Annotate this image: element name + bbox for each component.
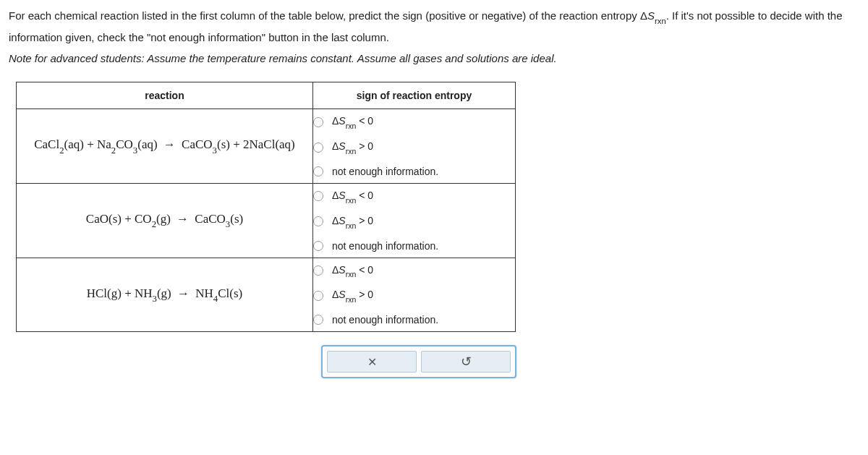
option-gt[interactable]: ΔSrxn > 0 bbox=[313, 135, 515, 160]
header-reaction: reaction bbox=[17, 82, 313, 109]
reset-icon: ↺ bbox=[461, 355, 472, 368]
options-1: ΔSrxn < 0 ΔSrxn > 0 not enough informati… bbox=[313, 109, 516, 184]
option-lt[interactable]: ΔSrxn < 0 bbox=[313, 258, 515, 284]
reaction-table: reaction sign of reaction entropy CaCl2(… bbox=[16, 82, 516, 332]
table-row: HCl(g) + NH3(g) → NH4Cl(s) ΔSrxn < 0 ΔSr… bbox=[17, 258, 516, 332]
reaction-3: HCl(g) + NH3(g) → NH4Cl(s) bbox=[17, 258, 313, 332]
option-nei[interactable]: not enough information. bbox=[313, 160, 515, 183]
note-line: Note for advanced students: Assume the t… bbox=[9, 52, 557, 64]
option-label: ΔSrxn > 0 bbox=[332, 289, 373, 302]
table-row: CaO(s) + CO2(g) → CaCO3(s) ΔSrxn < 0 ΔSr… bbox=[17, 183, 516, 258]
radio-icon[interactable] bbox=[313, 191, 323, 201]
options-2: ΔSrxn < 0 ΔSrxn > 0 not enough informati… bbox=[313, 183, 516, 258]
option-label: not enough information. bbox=[332, 240, 438, 252]
radio-icon[interactable] bbox=[313, 117, 323, 127]
option-label: ΔSrxn > 0 bbox=[332, 140, 373, 154]
table-row: CaCl2(aq) + Na2CO3(aq) → CaCO3(s) + 2NaC… bbox=[17, 109, 516, 184]
note-label: Note for advanced students: bbox=[9, 52, 145, 64]
header-sign: sign of reaction entropy bbox=[313, 82, 516, 109]
option-label: not enough information. bbox=[332, 314, 438, 326]
delta-s-symbol: ΔSrxn bbox=[640, 9, 666, 22]
radio-icon[interactable] bbox=[313, 315, 323, 325]
radio-icon[interactable] bbox=[313, 265, 323, 276]
radio-icon[interactable] bbox=[313, 291, 323, 301]
radio-icon[interactable] bbox=[313, 143, 323, 153]
options-3: ΔSrxn < 0 ΔSrxn > 0 not enough informati… bbox=[313, 258, 516, 332]
option-nei[interactable]: not enough information. bbox=[313, 234, 515, 258]
option-gt[interactable]: ΔSrxn > 0 bbox=[313, 209, 515, 234]
intro-part1: For each chemical reaction listed in the… bbox=[9, 9, 640, 22]
clear-button[interactable]: ✕ bbox=[327, 351, 417, 373]
option-lt[interactable]: ΔSrxn < 0 bbox=[313, 184, 515, 209]
reaction-1: CaCl2(aq) + Na2CO3(aq) → CaCO3(s) + 2NaC… bbox=[17, 109, 313, 184]
option-label: ΔSrxn < 0 bbox=[332, 190, 373, 203]
reset-button[interactable]: ↺ bbox=[421, 351, 511, 373]
option-label: ΔSrxn < 0 bbox=[332, 115, 373, 129]
control-bar: ✕ ↺ bbox=[321, 345, 516, 378]
option-label: not enough information. bbox=[332, 166, 438, 177]
option-gt[interactable]: ΔSrxn > 0 bbox=[313, 283, 515, 308]
option-label: ΔSrxn < 0 bbox=[332, 264, 373, 278]
radio-icon[interactable] bbox=[313, 241, 323, 251]
reaction-2: CaO(s) + CO2(g) → CaCO3(s) bbox=[17, 183, 313, 258]
radio-icon[interactable] bbox=[313, 216, 323, 226]
option-nei[interactable]: not enough information. bbox=[313, 308, 515, 331]
option-label: ΔSrxn > 0 bbox=[332, 215, 373, 229]
radio-icon[interactable] bbox=[313, 166, 323, 177]
note-text: Assume the temperature remains constant.… bbox=[145, 52, 557, 64]
instructions: For each chemical reaction listed in the… bbox=[9, 6, 859, 69]
option-lt[interactable]: ΔSrxn < 0 bbox=[313, 109, 515, 135]
close-icon: ✕ bbox=[367, 355, 377, 369]
